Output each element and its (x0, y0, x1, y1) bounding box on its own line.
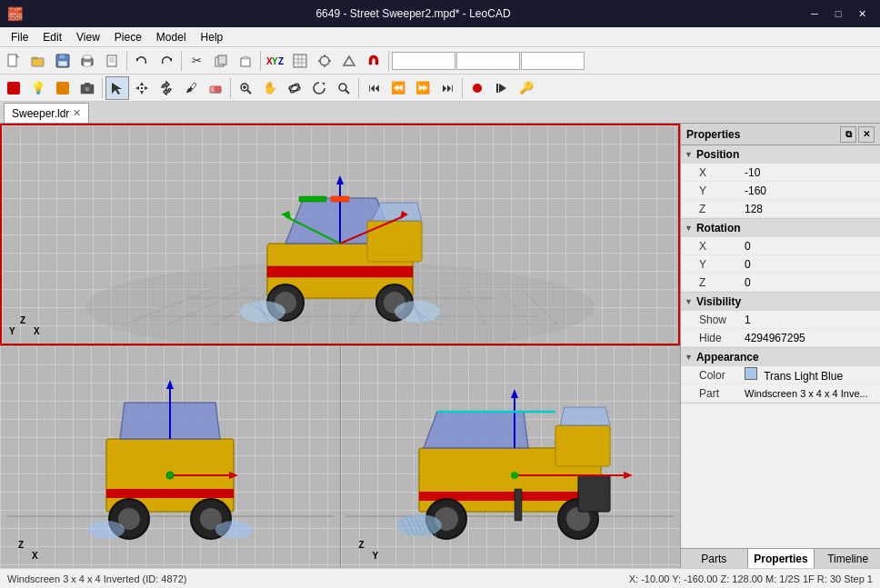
open-button[interactable] (26, 49, 50, 73)
undo-button[interactable] (130, 49, 154, 73)
viewport-side[interactable]: Z Y (341, 346, 681, 568)
position-section-header[interactable]: ▼ Position (681, 145, 880, 164)
print2-button[interactable] (100, 49, 124, 73)
rotate-button[interactable] (155, 76, 178, 100)
position-z-row: Z 128 (681, 200, 880, 218)
zoom-window-button[interactable] (234, 76, 257, 100)
select-mode-button[interactable] (105, 76, 129, 100)
svg-rect-97 (299, 196, 326, 202)
visibility-section-header[interactable]: ▼ Visibility (681, 293, 880, 311)
position-x-row: X -10 (681, 164, 880, 182)
parts-tab[interactable]: Parts (681, 549, 748, 568)
timeline-tab[interactable]: Timeline (815, 549, 880, 568)
properties-tab[interactable]: Properties (748, 549, 815, 568)
move-button[interactable] (130, 76, 154, 100)
tab-close-button[interactable]: ✕ (73, 107, 81, 119)
menu-help[interactable]: Help (194, 29, 231, 45)
position-y-row: Y -160 (681, 182, 880, 200)
orbit-button[interactable] (283, 76, 306, 100)
prop-restore-button[interactable]: ⧉ (840, 126, 856, 143)
appearance-label: Appearance (696, 351, 759, 364)
position-z-value: 128 (745, 203, 876, 215)
menu-file[interactable]: File (4, 29, 35, 45)
visibility-show-value: 1 (745, 314, 876, 326)
magnet-button[interactable] (362, 49, 385, 73)
rotation-label: Rotation (696, 222, 741, 234)
svg-point-57 (473, 84, 482, 93)
svg-rect-125 (555, 425, 610, 466)
redo-button[interactable] (155, 49, 178, 73)
zoom-button[interactable] (332, 76, 355, 100)
grid-button[interactable] (288, 49, 312, 73)
svg-rect-3 (32, 57, 37, 59)
snap-button[interactable] (313, 49, 336, 73)
svg-rect-77 (267, 266, 413, 277)
angle-button[interactable] (337, 49, 361, 73)
prop-close-button[interactable]: ✕ (858, 126, 875, 143)
rotation-section-header[interactable]: ▼ Rotation (681, 219, 880, 237)
next-frame-button[interactable]: ⏩ (411, 76, 435, 100)
print-button[interactable] (75, 49, 99, 73)
first-frame-button[interactable]: ⏮ (362, 76, 385, 100)
toolbar-input1[interactable] (392, 52, 455, 70)
front-scene-svg (6, 357, 334, 557)
maximize-button[interactable]: □ (827, 3, 849, 25)
xyz-button[interactable]: XYZ (264, 49, 287, 73)
menu-edit[interactable]: Edit (35, 29, 69, 45)
red-button[interactable] (2, 76, 25, 100)
copy-button[interactable] (209, 49, 233, 73)
properties-title: Properties (686, 128, 740, 141)
svg-point-115 (88, 521, 125, 539)
reset-view-button[interactable] (307, 76, 331, 100)
cut-button[interactable]: ✂ (185, 49, 208, 73)
paint-button[interactable]: 🖌 (179, 76, 203, 100)
camera-button[interactable] (75, 76, 99, 100)
properties-panel: Properties ⧉ ✕ ▼ Position X -10 Y -160 Z (680, 124, 880, 568)
visibility-hide-row: Hide 4294967295 (681, 329, 880, 347)
svg-rect-19 (244, 56, 247, 59)
svg-rect-0 (8, 55, 16, 66)
menu-model[interactable]: Model (149, 29, 194, 45)
orange-button[interactable] (51, 76, 75, 100)
svg-marker-1 (16, 55, 19, 57)
menu-view[interactable]: View (69, 29, 107, 45)
sep7 (358, 78, 359, 98)
rotation-z-label: Z (699, 276, 745, 289)
viewport-main[interactable]: Z X Y (0, 124, 680, 345)
new-button[interactable] (2, 49, 25, 73)
window-controls: ─ □ ✕ (804, 3, 873, 25)
prop-header-buttons: ⧉ ✕ (840, 126, 875, 143)
key-button[interactable]: 🔑 (515, 76, 538, 100)
visibility-label: Visibility (696, 295, 741, 308)
minimize-button[interactable]: ─ (804, 3, 825, 25)
appearance-section-header[interactable]: ▼ Appearance (681, 348, 880, 366)
close-button[interactable]: ✕ (851, 3, 873, 25)
record-button[interactable] (465, 76, 489, 100)
front-z-label: Z (18, 540, 24, 550)
menu-piece[interactable]: Piece (107, 29, 149, 45)
statusbar-part-info: Windscreen 3 x 4 x 4 Inverted (ID: 4872) (7, 573, 186, 584)
sep5 (102, 78, 103, 98)
position-y-label: Y (699, 184, 745, 197)
erase-button[interactable] (204, 76, 227, 100)
rotation-y-value: 0 (745, 258, 876, 271)
appearance-color-label: Color (699, 369, 745, 382)
svg-text:Z: Z (278, 56, 284, 66)
color-name: Trans Light Blue (764, 370, 843, 383)
save-button[interactable] (51, 49, 75, 73)
prev-frame-button[interactable]: ⏪ (386, 76, 410, 100)
toolbar-input2[interactable] (456, 52, 520, 70)
main-area: Z X Y (0, 124, 880, 568)
viewport-front[interactable]: Z X (0, 346, 340, 568)
sep2 (181, 51, 182, 71)
paste-button[interactable] (234, 49, 257, 73)
toolbar-input3[interactable] (521, 52, 585, 70)
tab-sweeper[interactable]: Sweeper.ldr ✕ (4, 103, 89, 123)
play-button[interactable] (490, 76, 514, 100)
last-frame-button[interactable]: ⏭ (435, 76, 459, 100)
svg-text:Y: Y (272, 56, 278, 66)
pan-button[interactable]: ✋ (258, 76, 282, 100)
svg-rect-9 (84, 62, 91, 66)
light-button[interactable]: 💡 (26, 76, 50, 100)
position-x-value: -10 (745, 166, 876, 179)
